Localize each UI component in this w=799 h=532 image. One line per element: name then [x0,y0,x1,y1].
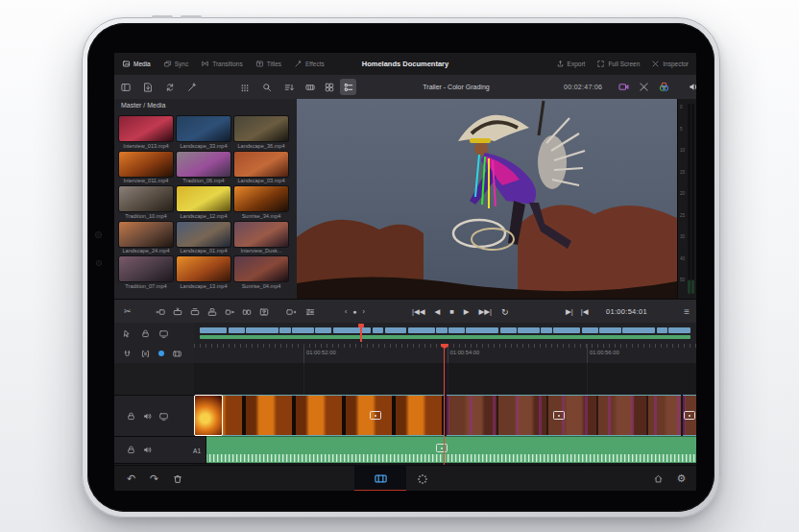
tab-media[interactable]: Media [122,60,151,68]
marker-dot-icon[interactable] [158,351,164,356]
search-icon[interactable] [261,82,273,93]
stop-button[interactable]: ■ [449,307,454,316]
play-button[interactable]: ▶ [464,307,470,316]
close-up-icon[interactable] [258,306,270,318]
overwrite-clip-icon[interactable] [172,306,183,318]
film-icon[interactable] [172,349,182,359]
media-clip[interactable]: Interview_013.mp4 [117,115,175,151]
thumb-view-button[interactable] [321,79,337,95]
titles-icon[interactable] [255,60,264,68]
media-clip[interactable]: Landscape_36.mp4 [232,115,290,151]
export-icon[interactable] [556,60,565,68]
tab-sync[interactable]: Sync [163,60,188,68]
media-clip[interactable]: Landscape_24.mp4 [117,221,175,256]
color-wheel-icon[interactable] [658,81,670,93]
playhead[interactable] [444,344,446,465]
ripple-overwrite-icon[interactable] [241,306,253,318]
fullscreen-icon[interactable] [596,60,605,68]
full-screen-button[interactable]: Full Screen [596,60,640,68]
media-icon[interactable] [122,60,131,68]
source-preview-icon[interactable] [285,306,297,318]
trash-icon[interactable] [172,473,183,485]
color-page-tab[interactable] [406,466,439,491]
razor-icon[interactable]: ✂ [124,300,132,324]
list-view-icon[interactable] [343,82,354,93]
video-clip-sunset[interactable] [194,395,445,436]
display-icon[interactable] [158,328,169,339]
grid-view-icon[interactable] [239,82,251,93]
inspector-icon[interactable] [651,60,660,68]
trim-tool-icon[interactable] [122,328,133,339]
bin-icon[interactable] [120,82,132,93]
sync-icon[interactable] [163,60,172,68]
clip-camera-icon[interactable] [617,81,630,93]
settings-icon[interactable]: ⚙ [676,473,687,484]
media-clip[interactable]: Landscape_01.mp4 [175,221,232,256]
media-clip[interactable]: Interview_Dusk... [232,221,290,256]
selected-clip-thumbnail[interactable] [194,395,223,436]
mixer-icon[interactable] [304,306,316,318]
tab-effects[interactable]: Effects [294,60,325,68]
lock-icon[interactable] [140,328,151,339]
clip-bracket-icon[interactable] [140,349,151,359]
relink-icon[interactable] [164,82,176,93]
lock-icon[interactable] [126,411,136,422]
snap-magnet-icon[interactable] [122,349,133,359]
go-to-last-frame-button[interactable]: ▶▶| [479,307,492,316]
sort-icon[interactable] [283,82,295,93]
cut-page-icon[interactable] [374,472,388,486]
home-icon[interactable] [653,473,664,484]
go-to-first-frame-button[interactable]: |◀◀ [412,307,424,316]
list-view-button[interactable] [340,79,356,95]
tab-titles[interactable]: Titles [255,60,281,68]
timeline-minimap[interactable] [194,323,696,345]
play-from-in-button[interactable]: |◀ [581,307,589,316]
active-page-underline [354,490,406,492]
play-to-out-button[interactable]: ▶| [566,307,573,316]
media-clip[interactable]: Tradition_10.mp4 [117,185,175,221]
strip-view-button[interactable] [302,79,318,95]
inspector-button[interactable]: Inspector [651,60,689,68]
media-clip[interactable]: Landscape_03.mp4 [232,151,290,186]
export-button[interactable]: Export [556,60,586,68]
speaker-icon[interactable] [142,445,153,455]
timeline-options-menu[interactable]: ≡ [684,300,690,324]
place-on-top-icon[interactable] [206,306,218,318]
strip-view-icon[interactable] [304,82,316,93]
media-clip[interactable]: Landscape_33.mp4 [175,115,232,151]
cut-page-tab[interactable] [354,466,406,491]
redo-icon[interactable]: ↷ [149,473,159,484]
step-back-button[interactable]: ◀ [434,307,440,316]
effects-icon[interactable] [294,60,303,68]
import-icon[interactable] [142,82,154,93]
loop-button[interactable]: ↻ [501,307,509,317]
transitions-icon[interactable] [201,60,209,68]
viewer-timeline-selector[interactable]: Trailer - Color Grading [356,75,556,99]
minimap-playhead[interactable] [360,324,362,342]
media-clip[interactable]: Landscape_12.mp4 [175,185,232,221]
insert-clip-icon[interactable] [155,306,166,318]
media-clip[interactable]: Tradition_06.mp4 [175,151,232,186]
viewer-video[interactable] [297,99,677,299]
minimap-clip-segment [408,327,435,333]
color-page-icon[interactable] [416,472,429,486]
media-clip[interactable]: Landscape_13.mp4 [175,255,232,291]
replace-clip-icon[interactable] [189,306,201,318]
media-clip[interactable]: Sunrise_34.mp4 [232,185,290,221]
jog-control[interactable]: ‹ ● › [345,300,367,324]
speaker-icon[interactable] [688,81,696,93]
undo-icon[interactable]: ↶ [126,473,136,484]
media-clip[interactable]: Tradition_07.mp4 [117,255,175,291]
display-icon[interactable] [158,411,169,422]
tab-transitions[interactable]: Transitions [201,60,243,68]
timeline-track-lane[interactable] [194,363,696,465]
append-clip-icon[interactable] [224,306,235,318]
media-clip[interactable]: Interview_011.mp4 [117,151,175,186]
breadcrumb[interactable]: Master / Media [121,102,165,109]
lock-icon[interactable] [126,445,136,455]
speaker-icon[interactable] [142,411,153,422]
transform-icon[interactable] [638,81,650,93]
media-clip[interactable]: Sunrise_04.mp4 [232,255,290,291]
thumb-view-icon[interactable] [324,82,335,93]
wand-icon[interactable] [186,82,198,93]
